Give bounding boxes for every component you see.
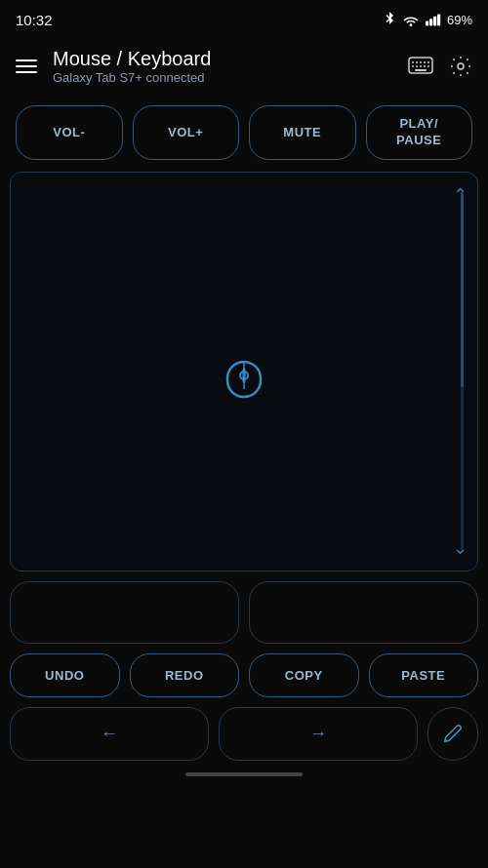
right-arrow-button[interactable]: → xyxy=(219,707,418,761)
left-click-button[interactable] xyxy=(10,581,239,644)
keyboard-icon-button[interactable] xyxy=(408,57,433,76)
svg-rect-1 xyxy=(429,19,432,25)
app-header: Mouse / Keyboard Galaxy Tab S7+ connecte… xyxy=(0,35,488,98)
media-controls: VOL- VOL+ MUTE PLAY/PAUSE xyxy=(0,98,488,168)
play-pause-button[interactable]: PLAY/PAUSE xyxy=(366,105,473,160)
hamburger-icon[interactable] xyxy=(16,59,37,73)
header-actions xyxy=(408,55,472,78)
vol-plus-button[interactable]: VOL+ xyxy=(133,105,240,160)
svg-rect-0 xyxy=(426,21,428,26)
status-icons: 69% xyxy=(383,12,472,27)
right-click-button[interactable] xyxy=(249,581,478,644)
scrollbar-thumb xyxy=(461,192,464,387)
undo-button[interactable]: UNDO xyxy=(10,653,120,697)
keyboard-icon xyxy=(408,57,433,76)
copy-button[interactable]: COPY xyxy=(249,653,359,697)
page-title: Mouse / Keyboard xyxy=(53,48,408,70)
connection-status: Galaxy Tab S7+ connected xyxy=(53,70,408,85)
settings-button[interactable] xyxy=(449,55,472,78)
trackpad[interactable]: ⌃ ⌄ xyxy=(10,172,478,572)
status-time: 10:32 xyxy=(16,12,53,28)
mouse-icon xyxy=(220,342,268,401)
home-bar xyxy=(185,772,303,776)
gear-icon xyxy=(449,55,472,78)
svg-rect-3 xyxy=(437,14,440,25)
wifi-icon xyxy=(402,13,420,26)
redo-button[interactable]: REDO xyxy=(130,653,240,697)
home-indicator xyxy=(0,772,488,776)
vol-minus-button[interactable]: VOL- xyxy=(16,105,123,160)
arrow-row: ← → xyxy=(0,697,488,761)
signal-icon xyxy=(426,13,441,26)
scroll-down-button[interactable]: ⌄ xyxy=(453,537,468,559)
left-arrow-button[interactable]: ← xyxy=(10,707,209,761)
pencil-icon xyxy=(443,724,463,743)
edit-controls: UNDO REDO COPY PASTE xyxy=(0,644,488,697)
pencil-button[interactable] xyxy=(427,707,478,761)
menu-button[interactable] xyxy=(16,59,37,73)
scrollbar-track xyxy=(461,192,464,551)
svg-rect-2 xyxy=(433,17,436,26)
status-bar: 10:32 69% xyxy=(0,0,488,35)
battery-text: 69% xyxy=(447,13,472,27)
svg-point-16 xyxy=(458,63,464,69)
mute-button[interactable]: MUTE xyxy=(249,105,356,160)
mouse-click-buttons xyxy=(0,572,488,644)
bluetooth-icon xyxy=(383,12,396,27)
paste-button[interactable]: PASTE xyxy=(369,653,479,697)
header-title-block: Mouse / Keyboard Galaxy Tab S7+ connecte… xyxy=(53,48,408,85)
